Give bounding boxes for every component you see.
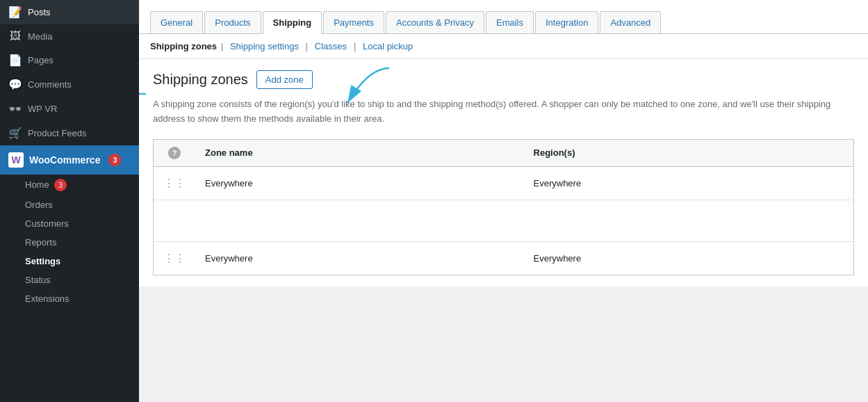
drag-handle-icon-2[interactable]: ⋮⋮	[163, 252, 186, 264]
sub-nav-local-pickup[interactable]: Local pickup	[363, 41, 413, 51]
sidebar-item-media[interactable]: 🖼 Media	[0, 24, 139, 48]
home-badge: 3	[54, 179, 67, 191]
sidebar-item-home[interactable]: Home 3	[0, 175, 139, 195]
add-zone-button[interactable]: Add zone	[256, 70, 313, 89]
sidebar: 📝 Posts 🖼 Media 📄 Pages 💬 Comments 👓 WP …	[0, 0, 139, 402]
tab-integration[interactable]: Integration	[535, 11, 598, 33]
sidebar-item-pages[interactable]: 📄 Pages	[0, 48, 139, 72]
sidebar-item-comments-label: Comments	[28, 79, 72, 90]
tabs-bar: General Products Shipping Payments Accou…	[139, 0, 868, 34]
table-body: ⋮⋮ Everywhere Everywhere	[154, 166, 854, 275]
table-header-help: ?	[154, 139, 196, 166]
sidebar-item-orders[interactable]: Orders	[0, 195, 139, 214]
page-title-row: Shipping zones Add zone	[153, 70, 854, 89]
sidebar-item-status[interactable]: Status	[0, 271, 139, 289]
content-wrapper: General Products Shipping Payments Accou…	[139, 0, 868, 287]
regions-cell: Everywhere	[524, 166, 854, 200]
zone-name-cell-3: Everywhere	[195, 241, 524, 275]
sub-nav-current: Shipping zones	[150, 41, 217, 51]
tab-products[interactable]: Products	[204, 11, 261, 33]
page-description: A shipping zone consists of the region(s…	[153, 97, 854, 127]
sidebar-item-comments[interactable]: 💬 Comments	[0, 72, 139, 97]
regions-cell-3: Everywhere	[524, 241, 854, 275]
tab-accounts-privacy[interactable]: Accounts & Privacy	[386, 11, 484, 33]
sidebar-item-wp-vr[interactable]: 👓 WP VR	[0, 97, 139, 121]
sidebar-item-wp-vr-label: WP VR	[28, 104, 57, 114]
sidebar-item-product-feeds[interactable]: 🛒 Product Feeds	[0, 121, 139, 145]
sub-nav-shipping-settings[interactable]: Shipping settings	[230, 41, 299, 51]
zone-name-cell: Everywhere	[195, 166, 524, 200]
sidebar-item-posts[interactable]: 📝 Posts	[0, 0, 139, 24]
sidebar-item-extensions[interactable]: Extensions	[0, 289, 139, 308]
woocommerce-badge: 3	[108, 154, 121, 166]
woocommerce-label: WooCommerce	[29, 154, 100, 166]
table-row: ⋮⋮ Everywhere Everywhere	[154, 166, 854, 200]
regions-cell-2	[524, 200, 854, 241]
table-row	[154, 200, 854, 241]
page-title: Shipping zones	[153, 72, 248, 88]
table-header-regions: Region(s)	[524, 139, 854, 166]
media-icon: 🖼	[8, 30, 22, 42]
sidebar-item-posts-label: Posts	[28, 7, 51, 17]
zones-table: ? Zone name Region(s) ⋮⋮	[153, 139, 854, 275]
sub-nav-classes[interactable]: Classes	[315, 41, 347, 51]
zone-name-cell-2	[195, 200, 524, 241]
drag-handle-cell-3[interactable]: ⋮⋮	[154, 241, 196, 275]
table-row: ⋮⋮ Everywhere Everywhere	[154, 241, 854, 275]
table-header: ? Zone name Region(s)	[154, 139, 854, 166]
tab-emails[interactable]: Emails	[486, 11, 534, 33]
drag-handle-cell[interactable]: ⋮⋮	[154, 166, 196, 200]
tab-payments[interactable]: Payments	[323, 11, 384, 33]
drag-handle-icon[interactable]: ⋮⋮	[163, 177, 186, 189]
help-icon[interactable]: ?	[168, 147, 181, 159]
page-content: Shipping zones Add zone A shipping zone …	[139, 59, 868, 287]
sidebar-item-settings[interactable]: Settings	[0, 252, 139, 271]
comments-icon: 💬	[8, 78, 22, 91]
woocommerce-header[interactable]: W WooCommerce 3	[0, 145, 139, 175]
tab-shipping[interactable]: Shipping	[263, 11, 322, 34]
table-header-zone-name: Zone name	[195, 139, 524, 166]
sidebar-item-media-label: Media	[28, 31, 52, 42]
sub-navigation: Shipping zones | Shipping settings | Cla…	[139, 34, 868, 59]
sidebar-item-customers[interactable]: Customers	[0, 214, 139, 233]
wp-vr-icon: 👓	[8, 102, 22, 115]
woocommerce-icon: W	[8, 152, 24, 168]
sidebar-item-product-feeds-label: Product Feeds	[28, 128, 87, 138]
tab-advanced[interactable]: Advanced	[600, 11, 661, 33]
product-feeds-icon: 🛒	[8, 127, 22, 140]
sidebar-item-pages-label: Pages	[28, 55, 54, 65]
posts-icon: 📝	[8, 6, 22, 19]
main-content: General Products Shipping Payments Accou…	[139, 0, 868, 402]
pages-icon: 📄	[8, 54, 22, 67]
drag-handle-cell-2[interactable]	[154, 200, 196, 241]
tab-general[interactable]: General	[150, 11, 203, 33]
sidebar-item-reports[interactable]: Reports	[0, 233, 139, 252]
